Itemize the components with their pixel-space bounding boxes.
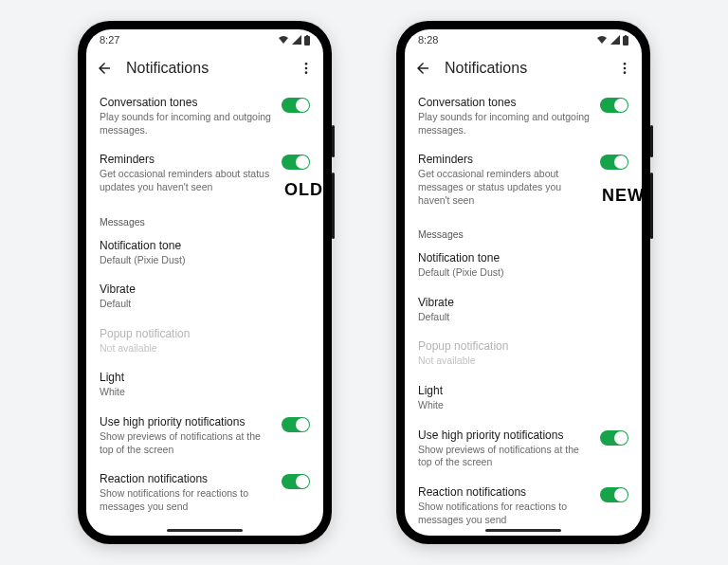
desc: Default (Pixie Dust) bbox=[418, 266, 628, 280]
row-vibrate[interactable]: Vibrate Default bbox=[418, 288, 628, 333]
arrow-back-icon bbox=[414, 60, 431, 77]
battery-icon bbox=[304, 35, 310, 46]
toggle-high-priority[interactable] bbox=[282, 417, 310, 432]
row-popup-notification: Popup notification Not available bbox=[418, 332, 628, 376]
row-reaction-notifications[interactable]: Reaction notifications Show notification… bbox=[100, 465, 310, 521]
arrow-back-icon bbox=[96, 60, 113, 77]
screen: 8:28 Notifications Conversation tones Pl… bbox=[405, 29, 642, 536]
svg-point-3 bbox=[305, 67, 308, 70]
toggle-reminders[interactable] bbox=[600, 155, 628, 170]
power-button bbox=[650, 125, 653, 157]
desc: Show previews of notifications at the to… bbox=[418, 444, 591, 469]
svg-rect-5 bbox=[623, 36, 628, 46]
signal-icon bbox=[292, 35, 301, 45]
label: Light bbox=[418, 384, 628, 397]
label: Reaction notifications bbox=[418, 485, 591, 499]
label: Reminders bbox=[418, 153, 591, 166]
row-notification-tone[interactable]: Notification tone Default (Pixie Dust) bbox=[100, 231, 310, 276]
wifi-icon bbox=[278, 35, 289, 45]
clock: 8:28 bbox=[418, 34, 438, 46]
page-title: Notifications bbox=[126, 60, 285, 77]
home-indicator[interactable] bbox=[167, 529, 243, 532]
desc: Not available bbox=[100, 342, 310, 355]
label: Reaction notifications bbox=[100, 472, 272, 485]
desc: Show notifications for reactions to mess… bbox=[418, 501, 591, 526]
toggle-conversation-tones[interactable] bbox=[600, 98, 628, 113]
toggle-reaction-notifications[interactable] bbox=[282, 474, 310, 489]
volume-button bbox=[332, 173, 335, 239]
status-icons bbox=[278, 35, 310, 46]
power-button bbox=[332, 125, 335, 157]
overflow-menu[interactable] bbox=[299, 61, 314, 76]
row-popup-notification: Popup notification Not available bbox=[100, 319, 310, 364]
label: Conversation tones bbox=[418, 96, 591, 109]
page-title: Notifications bbox=[445, 60, 604, 77]
desc: Show previews of notifications at the to… bbox=[100, 430, 272, 456]
row-notification-tone[interactable]: Notification tone Default (Pixie Dust) bbox=[418, 244, 628, 288]
label: Popup notification bbox=[100, 327, 310, 340]
back-button[interactable] bbox=[96, 60, 113, 77]
status-bar: 8:27 bbox=[86, 29, 323, 50]
signal-icon bbox=[610, 35, 620, 45]
label: Conversation tones bbox=[100, 96, 272, 109]
row-reaction-notifications[interactable]: Reaction notifications Show notification… bbox=[418, 478, 628, 535]
desc: White bbox=[100, 386, 310, 399]
battery-icon bbox=[623, 35, 628, 46]
section-messages: Messages bbox=[100, 216, 310, 228]
desc: Get occasional reminders about status up… bbox=[100, 168, 272, 193]
desc: Default (Pixie Dust) bbox=[100, 254, 310, 267]
settings-list[interactable]: Conversation tones Play sounds for incom… bbox=[86, 86, 323, 536]
status-bar: 8:28 bbox=[405, 29, 642, 50]
svg-point-4 bbox=[305, 71, 308, 74]
row-reminders[interactable]: Reminders Get occasional reminders about… bbox=[100, 145, 310, 202]
row-light[interactable]: Light White bbox=[100, 363, 310, 408]
svg-point-2 bbox=[305, 63, 308, 65]
desc: Not available bbox=[418, 355, 628, 368]
label: Reminders bbox=[100, 153, 272, 166]
svg-rect-6 bbox=[625, 35, 627, 37]
label: Popup notification bbox=[418, 339, 628, 353]
desc: Get occasional reminders about messages … bbox=[418, 168, 591, 207]
desc: Default bbox=[100, 298, 310, 311]
label: Vibrate bbox=[100, 282, 310, 296]
label: Use high priority notifications bbox=[100, 415, 272, 428]
row-vibrate[interactable]: Vibrate Default bbox=[100, 275, 310, 319]
row-conversation-tones[interactable]: Conversation tones Play sounds for incom… bbox=[418, 88, 628, 145]
desc: Play sounds for incoming and outgoing me… bbox=[100, 111, 272, 137]
row-conversation-tones[interactable]: Conversation tones Play sounds for incom… bbox=[100, 88, 310, 145]
label: Notification tone bbox=[100, 239, 310, 252]
toggle-conversation-tones[interactable] bbox=[282, 98, 310, 113]
label: Notification tone bbox=[418, 251, 628, 264]
svg-rect-0 bbox=[304, 36, 310, 46]
clock: 8:27 bbox=[100, 34, 119, 46]
svg-point-7 bbox=[624, 63, 627, 65]
toggle-reminders[interactable] bbox=[282, 155, 310, 170]
row-reminders[interactable]: Reminders Get occasional reminders about… bbox=[418, 145, 628, 215]
phone-old: 8:27 Notifications Conversation tones Pl… bbox=[78, 21, 332, 544]
more-vert-icon bbox=[299, 61, 314, 76]
desc: Play sounds for incoming and outgoing me… bbox=[418, 111, 591, 137]
label: Light bbox=[100, 371, 310, 384]
desc: Default bbox=[418, 311, 628, 324]
row-light[interactable]: Light White bbox=[418, 376, 628, 421]
svg-point-8 bbox=[624, 67, 627, 70]
back-button[interactable] bbox=[414, 60, 431, 77]
settings-list[interactable]: Conversation tones Play sounds for incom… bbox=[405, 86, 642, 536]
phone-new: 8:28 Notifications Conversation tones Pl… bbox=[396, 21, 650, 544]
desc: Show notifications for reactions to mess… bbox=[100, 487, 272, 513]
status-icons bbox=[596, 35, 628, 46]
app-bar: Notifications bbox=[86, 50, 323, 86]
row-high-priority[interactable]: Use high priority notifications Show pre… bbox=[418, 421, 628, 478]
home-indicator[interactable] bbox=[485, 529, 561, 532]
wifi-icon bbox=[596, 35, 608, 45]
section-messages: Messages bbox=[418, 228, 628, 240]
label: Vibrate bbox=[418, 296, 628, 309]
row-high-priority[interactable]: Use high priority notifications Show pre… bbox=[100, 408, 310, 465]
more-vert-icon bbox=[617, 61, 632, 76]
overflow-menu[interactable] bbox=[617, 61, 632, 76]
volume-button bbox=[650, 173, 653, 239]
svg-point-9 bbox=[624, 71, 627, 74]
toggle-high-priority[interactable] bbox=[600, 430, 628, 446]
toggle-reaction-notifications[interactable] bbox=[600, 487, 628, 502]
desc: White bbox=[418, 399, 628, 412]
